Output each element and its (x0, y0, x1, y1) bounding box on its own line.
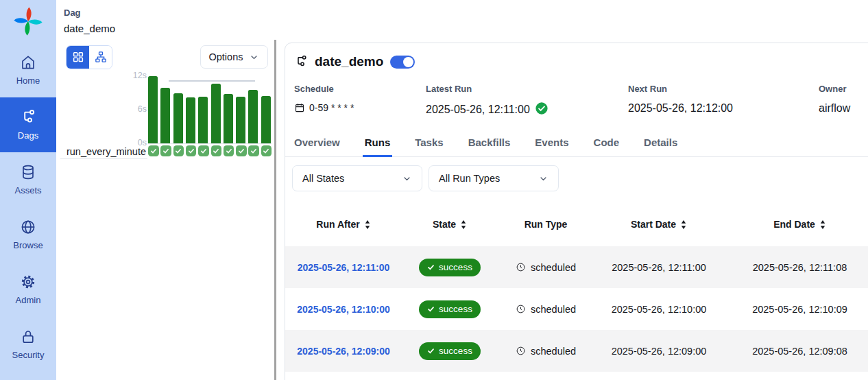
sidebar-item-browse[interactable]: Browse (0, 207, 56, 262)
tab-runs[interactable]: Runs (363, 136, 393, 157)
task-instance-success[interactable] (236, 145, 247, 156)
run-duration-bar[interactable] (186, 97, 195, 143)
sidebar-item-dags[interactable]: Dags (0, 97, 56, 152)
y-axis-tick: 6s (56, 104, 147, 114)
stat-next-run: Next Run2025-05-26, 12:12:00 (628, 84, 819, 117)
dag-header: date_demo (285, 43, 868, 69)
stat-value: 2025-05-26, 12:12:00 (628, 102, 819, 115)
duration-reference-line (169, 80, 255, 82)
cell-run-after: 2025-05-26, 12:11:00 (285, 262, 402, 273)
run-after-link[interactable]: 2025-05-26, 12:10:00 (297, 304, 389, 315)
graph-icon (95, 51, 107, 63)
run-status (535, 102, 548, 117)
dag-title: date_demo (315, 54, 383, 69)
sidebar-item-security[interactable]: Security (0, 317, 56, 372)
run-after-link[interactable]: 2025-05-26, 12:09:00 (297, 346, 389, 357)
cell-run-type: scheduled (498, 304, 594, 315)
run-duration-bar[interactable] (148, 76, 158, 143)
tab-backfills[interactable]: Backfills (466, 136, 513, 157)
database-icon (20, 164, 36, 180)
run-duration-bar[interactable] (198, 97, 208, 143)
table-row: 2025-05-26, 12:10:00successscheduled2025… (285, 288, 868, 330)
panel-resize-divider[interactable] (274, 40, 276, 380)
task-instance-success[interactable] (261, 145, 272, 156)
state-badge-label: success (439, 262, 472, 272)
sort-icon (819, 219, 826, 230)
task-instance-success[interactable] (173, 145, 184, 156)
cell-start-date: 2025-05-26, 12:11:00 (594, 262, 724, 273)
cell-end-date: 2025-05-26, 12:09:08 (724, 346, 868, 357)
task-instance-success[interactable] (224, 145, 234, 156)
clock-icon (516, 262, 526, 272)
stat-label: Next Run (628, 84, 819, 94)
y-axis-tick: 12s (56, 71, 147, 80)
state-badge-label: success (439, 304, 472, 314)
run-duration-bar[interactable] (173, 93, 183, 144)
filter-value: All States (302, 173, 344, 184)
sidebar-item-admin[interactable]: Admin (0, 262, 56, 317)
column-header-run-after[interactable]: Run After (285, 219, 402, 230)
run-duration-bar[interactable] (236, 97, 245, 143)
task-instance-success[interactable] (211, 145, 222, 156)
graph-view-button[interactable] (89, 46, 112, 69)
stat-value: airflow (819, 102, 868, 115)
run-duration-bar[interactable] (211, 84, 221, 143)
globe-icon (20, 219, 36, 235)
tab-code[interactable]: Code (592, 136, 622, 157)
airflow-logo[interactable] (0, 0, 56, 43)
column-header-start-date[interactable]: Start Date (594, 219, 724, 230)
run-duration-bar[interactable] (160, 88, 170, 143)
run-type-filter-select[interactable]: All Run Types (429, 165, 559, 191)
sort-icon (364, 219, 371, 230)
runs-table: Run AfterStateRun TypeStart DateEnd Date… (285, 202, 868, 372)
cell-end-date: 2025-05-26, 12:10:09 (724, 304, 868, 315)
column-header-state[interactable]: State (402, 219, 498, 230)
options-button-label: Options (209, 51, 243, 62)
stat-value-text: airflow (819, 102, 850, 115)
column-header-end-date[interactable]: End Date (724, 219, 868, 230)
grid-panel-controls: Options (66, 45, 268, 69)
run-duration-bar[interactable] (248, 90, 258, 143)
sidebar-item-assets[interactable]: Assets (0, 152, 56, 207)
state-filter-select[interactable]: All States (292, 165, 422, 191)
tab-overview[interactable]: Overview (292, 136, 342, 157)
chevron-down-icon (538, 174, 548, 184)
table-body: 2025-05-26, 12:11:00successscheduled2025… (285, 246, 868, 372)
chevron-down-icon (402, 174, 412, 184)
toggle-thumb (403, 57, 413, 67)
task-instance-success[interactable] (148, 145, 159, 156)
run-after-link[interactable]: 2025-05-26, 12:11:00 (298, 262, 390, 273)
stat-schedule: Schedule0-59 * * * * (294, 84, 426, 117)
column-label: Run After (316, 219, 359, 230)
sidebar-item-home[interactable]: Home (0, 43, 56, 97)
stat-owner: Ownerairflow (819, 84, 868, 117)
dag-pause-toggle[interactable] (390, 56, 415, 69)
stat-label: Schedule (294, 84, 426, 94)
task-name-label[interactable]: run_every_minute (56, 146, 146, 157)
task-instance-success[interactable] (186, 145, 197, 156)
table-header: Run AfterStateRun TypeStart DateEnd Date (285, 202, 868, 246)
tab-details[interactable]: Details (642, 136, 679, 157)
run-duration-bar[interactable] (224, 94, 233, 143)
sidebar: HomeDagsAssetsBrowseAdminSecurity (0, 0, 56, 380)
chevron-down-icon (249, 52, 259, 62)
task-instance-success[interactable] (248, 145, 259, 156)
task-instance-success[interactable] (160, 145, 171, 156)
options-button[interactable]: Options (200, 45, 268, 69)
column-header-run-type: Run Type (498, 219, 594, 230)
task-instance-success[interactable] (198, 145, 209, 156)
column-label: Start Date (631, 219, 676, 230)
tab-events[interactable]: Events (533, 136, 570, 157)
grid-view-button[interactable] (67, 46, 89, 69)
cell-start-date: 2025-05-26, 12:09:00 (594, 346, 724, 357)
cell-start-date: 2025-05-26, 12:10:00 (594, 304, 724, 315)
run-duration-bar[interactable] (261, 96, 271, 143)
dag-icon (294, 55, 308, 69)
state-badge-label: success (439, 346, 472, 356)
task-row-divider (60, 158, 147, 159)
stat-value: 2025-05-26, 12:11:00 (426, 102, 628, 117)
grid-panel: Options 12s6s0s run_every_minute (56, 0, 274, 380)
tab-tasks[interactable]: Tasks (413, 136, 445, 157)
state-badge: success (419, 342, 481, 360)
run-type-label: scheduled (531, 262, 576, 273)
